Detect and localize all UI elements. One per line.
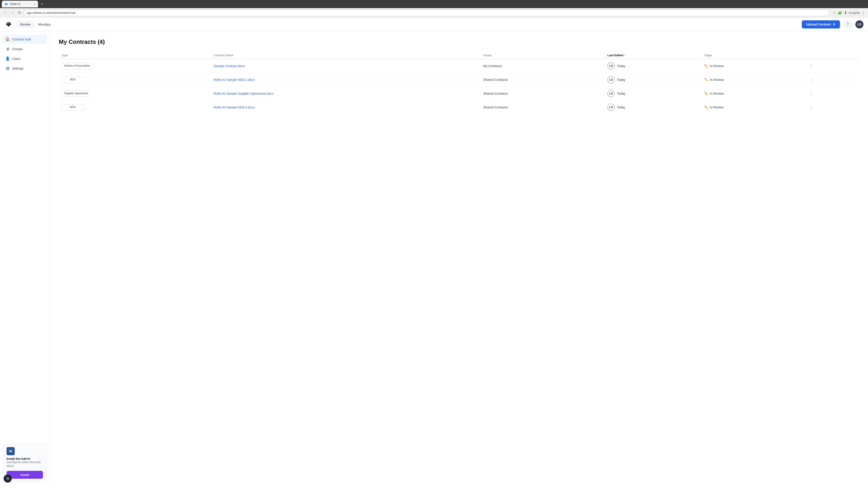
time-text: Today [617, 105, 625, 109]
cell-name-1: Robin AI Sample NDA 1.docx [211, 73, 480, 87]
cell-stage-0: ✏️ In Review [702, 59, 805, 73]
cell-group-3: Shared Contracts [480, 101, 605, 114]
cell-type-1: NDA [59, 73, 211, 87]
app-header: Review Moodjoy Upload Contract ⬆ ? LD [0, 18, 868, 31]
sort-icon: ↑ [624, 54, 625, 57]
back-button[interactable]: ← [3, 10, 8, 16]
stage-label: In Review [710, 78, 724, 82]
groups-icon: ⊞ [5, 47, 10, 51]
cell-edited-3: LD Today [604, 101, 702, 114]
svg-point-1 [7, 22, 10, 25]
user-avatar: LD [608, 104, 615, 111]
time-text: Today [617, 78, 625, 82]
review-button[interactable]: Review [16, 21, 34, 28]
table-header-row: Type Contract Name Group Last Edited ↑ [59, 52, 859, 59]
tab-close-icon[interactable]: × [34, 2, 35, 6]
address-input[interactable] [24, 10, 829, 16]
app-logo [4, 20, 13, 29]
addin-description: Get Reports within Microsoft Word! [6, 460, 43, 468]
table-row: Supplier Agreement Robin AI Sample Suppl… [59, 87, 859, 101]
help-button[interactable]: ? [844, 20, 852, 29]
addin-header: W [6, 447, 43, 455]
menu-icon[interactable]: ⋮ [862, 11, 865, 15]
sidebar-item-groups[interactable]: ⊞ Groups [3, 44, 47, 53]
contracts-tbody: Articles of Association Sample Contract.… [59, 59, 859, 114]
user-avatar-button[interactable]: LD [855, 20, 864, 29]
contract-link[interactable]: Robin AI Sample NDA 1.docx [214, 78, 255, 82]
org-name: Moodjoy [38, 22, 51, 26]
incognito-label: Incognito [849, 11, 860, 14]
cell-edited-0: LD Today [604, 59, 702, 73]
table-row: NDA Robin AI Sample NDA 2.docx Shared Co… [59, 101, 859, 114]
reload-button[interactable]: ↻ [17, 10, 22, 16]
main-content: My Contracts (4) Type Contract Name Grou… [50, 31, 868, 486]
app-body: 🏠 Contract Hub ⊞ Groups 👤 Users ⚙️ Setti… [0, 31, 868, 486]
sidebar-item-label: Groups [12, 47, 23, 51]
type-badge: NDA [61, 76, 84, 83]
row-more-button[interactable]: ⋮ [807, 63, 815, 69]
cell-type-0: Articles of Association [59, 59, 211, 73]
extensions-icon[interactable]: 🧩 [838, 11, 842, 15]
support-bubble[interactable]: ⚙ [4, 475, 12, 483]
upload-icon: ⬆ [833, 23, 835, 26]
settings-icon: ⚙️ [5, 66, 10, 70]
col-last-edited[interactable]: Last Edited ↑ [604, 52, 702, 59]
stage-label: In Review [710, 105, 724, 109]
tab-favicon: 🐦 [4, 2, 8, 6]
new-tab-button[interactable]: + [39, 2, 45, 6]
home-icon: 🏠 [5, 37, 10, 41]
edit-icon: ✏️ [704, 78, 708, 82]
type-badge: Articles of Association [61, 63, 93, 69]
download-icon[interactable]: ⬇ [844, 11, 847, 15]
cell-more-2: ⋮ [805, 87, 859, 101]
address-bar: ← → ↻ ☆ 🧩 ⬇ Incognito ⋮ [0, 8, 868, 18]
user-avatar: LD [608, 62, 615, 70]
cell-group-1: Shared Contracts [480, 73, 605, 87]
sidebar-item-label: Contract Hub [12, 37, 31, 41]
stage-label: In Review [710, 92, 724, 95]
sidebar-item-users[interactable]: 👤 Users [3, 54, 47, 63]
cell-name-3: Robin AI Sample NDA 2.docx [211, 101, 480, 114]
addin-title: Install the Add-in [6, 457, 43, 460]
sidebar-item-label: Users [12, 57, 21, 61]
stage-label: In Review [710, 64, 724, 68]
contracts-table: Type Contract Name Group Last Edited ↑ [59, 52, 859, 114]
cell-type-2: Supplier Agreement [59, 87, 211, 101]
svg-point-3 [8, 25, 9, 26]
sidebar-item-label: Settings [12, 67, 24, 70]
install-button[interactable]: Install [6, 471, 43, 479]
tab-title: Robin AI [10, 2, 20, 6]
edit-icon: ✏️ [704, 64, 708, 68]
support-icon: ⚙ [6, 477, 9, 480]
contract-link[interactable]: Sample Contract.docx [214, 64, 245, 68]
type-badge: NDA [61, 104, 84, 110]
bookmark-icon[interactable]: ☆ [833, 11, 836, 15]
col-group: Group [480, 52, 605, 59]
users-icon: 👤 [5, 57, 10, 61]
row-more-button[interactable]: ⋮ [807, 104, 815, 111]
col-type: Type [59, 52, 211, 59]
contract-link[interactable]: Robin AI Sample NDA 2.docx [214, 105, 255, 109]
cell-name-2: Robin AI Sample Supplier Agreement.docx [211, 87, 480, 101]
forward-button[interactable]: → [10, 10, 16, 16]
upload-contract-button[interactable]: Upload Contract ⬆ [802, 20, 840, 29]
word-icon: W [6, 447, 15, 455]
help-icon: ? [847, 22, 849, 26]
page-title: My Contracts (4) [59, 38, 859, 45]
cell-more-1: ⋮ [805, 73, 859, 87]
time-text: Today [617, 92, 625, 95]
sidebar-item-settings[interactable]: ⚙️ Settings [3, 64, 47, 73]
edit-icon: ✏️ [704, 92, 708, 95]
cell-name-0: Sample Contract.docx [211, 59, 480, 73]
cell-more-3: ⋮ [805, 101, 859, 114]
row-more-button[interactable]: ⋮ [807, 90, 815, 97]
contract-link[interactable]: Robin AI Sample Supplier Agreement.docx [214, 92, 274, 95]
edit-icon: ✏️ [704, 105, 708, 109]
row-more-button[interactable]: ⋮ [807, 76, 815, 83]
user-avatar: LD [608, 90, 615, 97]
cell-edited-1: LD Today [604, 73, 702, 87]
sidebar-item-contract-hub[interactable]: 🏠 Contract Hub [3, 35, 47, 43]
table-row: NDA Robin AI Sample NDA 1.docx Shared Co… [59, 73, 859, 87]
browser-tab[interactable]: 🐦 Robin AI × [2, 1, 38, 7]
upload-label: Upload Contract [806, 23, 831, 26]
